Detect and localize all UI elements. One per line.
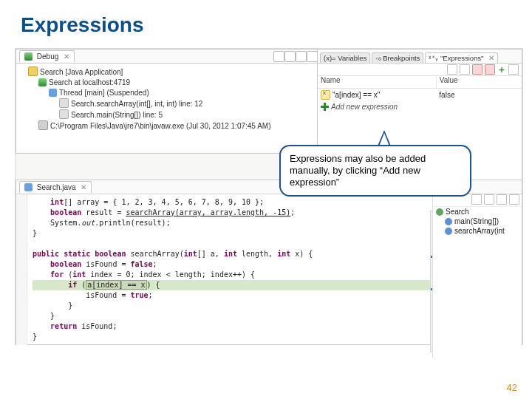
bug-icon (24, 52, 33, 61)
launch-config-label: Search [Java Application] (40, 68, 123, 76)
process-icon (38, 120, 48, 130)
tab-debug[interactable]: Debug ✕ (19, 50, 75, 62)
slide-title: Expressions (0, 0, 532, 43)
close-icon[interactable]: ✕ (488, 54, 494, 62)
debug-toolbar-button[interactable] (273, 51, 284, 62)
tab-expressions-label: ᵡ⁺ᵧ "Expressions" (429, 54, 483, 62)
method-icon (445, 218, 452, 225)
outline-class[interactable]: Search (433, 207, 522, 216)
thread-icon (49, 89, 57, 97)
column-value[interactable]: Value (437, 76, 522, 88)
link-editor-icon[interactable] (509, 194, 519, 205)
debug-view: Debug ✕ Search [Java Application] Search… (16, 49, 318, 154)
collapse-all-icon[interactable] (460, 64, 470, 75)
page-number: 42 (507, 382, 517, 393)
class-icon (436, 208, 443, 216)
java-editor[interactable]: Search.java ✕ int[] int[] array = { 1, 2… (16, 180, 522, 345)
tree-toggle-icon[interactable] (447, 64, 457, 75)
expression-name: "a[index] == x" (332, 91, 380, 99)
plus-icon (321, 103, 329, 111)
tab-variables[interactable]: (x)= Variables (320, 52, 370, 63)
add-expression-icon[interactable]: ＋ (497, 65, 506, 74)
outline-view: Search main(String[]) searchArray(int (432, 194, 522, 358)
column-name[interactable]: Name (318, 76, 437, 88)
tab-editor[interactable]: Search.java ✕ (19, 181, 92, 193)
callout-text: Expressions may also be added manually, … (290, 153, 426, 188)
remove-icon[interactable] (472, 64, 482, 75)
stack-frame-0[interactable]: Search.searchArray(int[], int, int) line… (71, 100, 202, 108)
expressions-header-row: Name Value (318, 76, 522, 89)
stack-frame-1[interactable]: Search.main(String[]) line: 5 (71, 111, 163, 119)
expression-icon (321, 90, 330, 100)
java-app-icon (28, 66, 38, 76)
java-file-icon (24, 183, 33, 191)
outline-method[interactable]: main(String[]) (433, 216, 522, 226)
debug-stack-tree[interactable]: Search [Java Application] Search at loca… (16, 64, 318, 134)
tab-breakpoints[interactable]: ◦₀ Breakpoints (372, 52, 423, 63)
debug-toolbar-button[interactable] (284, 51, 296, 62)
tab-debug-label: Debug (37, 52, 58, 61)
callout-bubble: Expressions may also be added manually, … (279, 145, 471, 197)
add-expression-label: Add new expression (331, 103, 398, 111)
view-menu-icon[interactable] (508, 64, 519, 75)
expression-row[interactable]: "a[index] == x" false (318, 89, 522, 100)
vm-label: Search at localhost:4719 (49, 78, 130, 86)
outline-method[interactable]: searchArray(int (433, 226, 522, 236)
stackframe-icon (59, 98, 69, 108)
filter-icon[interactable] (484, 194, 494, 205)
thread-label: Thread [main] (Suspended) (59, 89, 149, 97)
editor-tab-label: Search.java (37, 183, 76, 191)
process-label: C:\Program Files\Java\jre7\bin\javaw.exe… (50, 122, 270, 130)
stackframe-icon (59, 109, 69, 119)
eclipse-screenshot: Debug ✕ Search [Java Application] Search… (15, 48, 523, 345)
remove-all-icon[interactable] (485, 64, 495, 75)
debug-toolbar-button[interactable] (296, 51, 307, 62)
tab-expressions[interactable]: ᵡ⁺ᵧ "Expressions" ✕ (425, 52, 498, 63)
highlighted-expression: a[index] == x (86, 280, 146, 290)
close-icon[interactable]: ✕ (81, 183, 86, 191)
sort-icon[interactable] (471, 194, 482, 205)
filter-icon[interactable] (497, 194, 507, 205)
expression-value: false (436, 91, 522, 99)
close-icon[interactable]: ✕ (64, 52, 69, 61)
view-menu-icon[interactable] (307, 51, 318, 62)
expressions-view: (x)= Variables ◦₀ Breakpoints ᵡ⁺ᵧ "Expre… (317, 49, 522, 154)
vm-icon (38, 78, 47, 86)
method-icon (445, 228, 452, 235)
add-new-expression-row[interactable]: Add new expression (318, 100, 522, 112)
